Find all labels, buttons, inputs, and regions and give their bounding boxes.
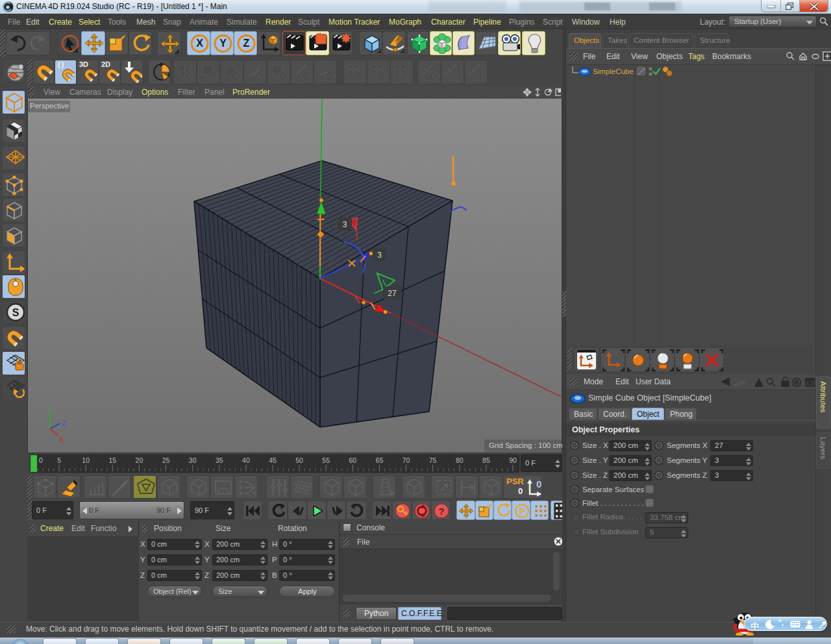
svg-text:0: 0 <box>39 456 43 464</box>
svg-text:75: 75 <box>429 456 437 464</box>
svg-text:85: 85 <box>482 456 490 464</box>
svg-text:S: S <box>12 307 19 318</box>
svg-text:?: ? <box>438 506 444 517</box>
svg-text:10: 10 <box>82 456 90 464</box>
svg-text:45: 45 <box>269 456 277 464</box>
svg-text:X: X <box>59 436 64 443</box>
svg-text:0: 0 <box>536 478 541 489</box>
svg-text:15: 15 <box>108 456 116 464</box>
svg-text:90: 90 <box>509 456 517 464</box>
svg-text:60: 60 <box>349 456 356 464</box>
svg-text:27: 27 <box>388 289 397 298</box>
svg-text:35: 35 <box>216 456 223 464</box>
svg-text:P: P <box>519 506 525 516</box>
svg-text:5: 5 <box>57 456 61 464</box>
svg-text:Z: Z <box>243 38 250 49</box>
svg-text:3: 3 <box>377 251 382 260</box>
svg-text:20: 20 <box>136 456 143 464</box>
svg-text:X: X <box>196 38 203 49</box>
svg-text:25: 25 <box>162 456 170 464</box>
svg-text:40: 40 <box>242 456 250 464</box>
svg-text:3: 3 <box>343 220 347 229</box>
svg-text:80: 80 <box>456 456 464 464</box>
svg-text:Y: Y <box>219 38 227 49</box>
svg-text:70: 70 <box>403 456 410 464</box>
svg-text:30: 30 <box>189 456 197 464</box>
svg-text:55: 55 <box>322 456 330 464</box>
svg-text:50: 50 <box>295 456 303 464</box>
svg-text:Y: Y <box>47 406 52 414</box>
svg-text:Z: Z <box>62 420 66 427</box>
svg-text:65: 65 <box>376 456 384 464</box>
